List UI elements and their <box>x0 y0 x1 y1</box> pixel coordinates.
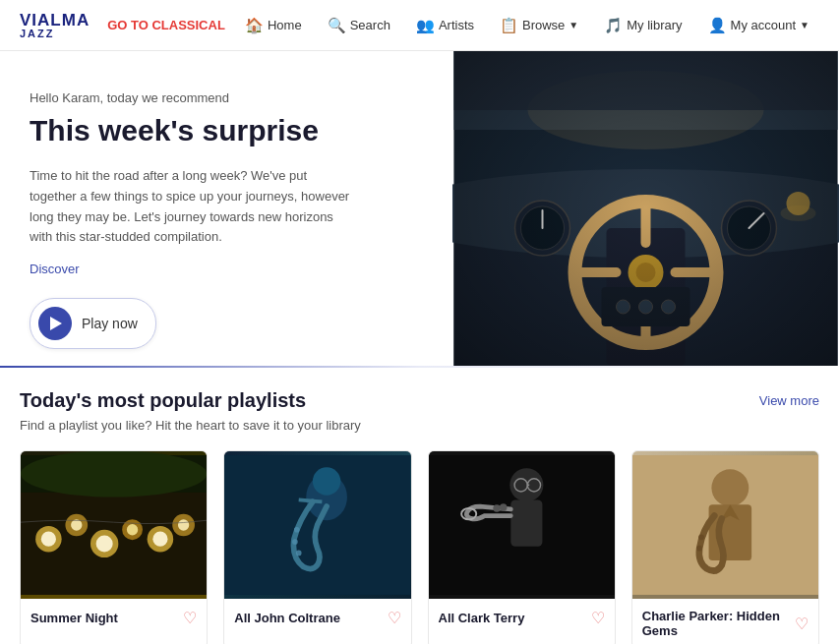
play-circle <box>38 307 72 340</box>
playlist-image-clark-terry <box>429 451 615 599</box>
playlist-card-summer-night[interactable]: Summer Night ♡ <box>20 450 208 644</box>
heart-icon-summer-night[interactable]: ♡ <box>183 609 197 627</box>
nav-home-label: Home <box>268 18 302 32</box>
nav-browse-label: Browse <box>522 18 565 32</box>
account-icon: 👤 <box>708 17 727 34</box>
play-label: Play now <box>82 316 138 331</box>
svg-rect-64 <box>632 455 818 595</box>
svg-point-29 <box>41 532 56 547</box>
hero-title: This week's surprise <box>30 113 423 148</box>
playlist-name-charlie-parker: Charlie Parker: Hidden Gems <box>642 609 795 638</box>
playlist-image-charlie-parker <box>632 451 818 599</box>
svg-point-57 <box>493 504 501 512</box>
play-triangle-icon <box>50 317 62 330</box>
library-icon: 🎵 <box>604 17 623 34</box>
nav-my-library[interactable]: 🎵 My library <box>594 11 691 40</box>
browse-icon: 📋 <box>500 17 518 34</box>
go-classical-link[interactable]: GO TO CLASSICAL <box>107 18 225 32</box>
heart-icon-coltrane[interactable]: ♡ <box>388 609 401 627</box>
playlists-grid: Summer Night ♡ <box>20 450 819 644</box>
svg-point-31 <box>71 519 82 530</box>
view-more-link[interactable]: View more <box>759 393 819 408</box>
svg-point-58 <box>499 503 507 511</box>
play-now-button[interactable]: Play now <box>30 298 156 349</box>
playlist-image-summer-night <box>21 451 207 599</box>
nav-my-account[interactable]: 👤 My account ▼ <box>698 11 819 40</box>
playlist-footer-coltrane: All John Coltrane ♡ <box>224 599 410 637</box>
playlist-card-charlie-parker[interactable]: Charlie Parker: Hidden Gems ♡ <box>631 450 819 644</box>
playlists-header: Today's most popular playlists View more <box>20 389 819 412</box>
navigation: VIALMA JAZZ GO TO CLASSICAL 🏠 Home 🔍 Sea… <box>0 0 839 51</box>
svg-point-35 <box>127 524 138 535</box>
hero-greeting: Hello Karam, today we recommend <box>30 90 423 105</box>
svg-rect-49 <box>224 455 410 595</box>
playlist-card-clark-terry[interactable]: All Clark Terry ♡ <box>428 450 616 644</box>
nav-artists[interactable]: 👥 Artists <box>406 11 484 40</box>
nav-search[interactable]: 🔍 Search <box>318 11 400 40</box>
nav-account-label: My account <box>731 18 796 32</box>
playlists-subtitle: Find a playlist you like? Hit the heart … <box>20 418 819 433</box>
hero-image <box>452 51 839 366</box>
nav-library-label: My library <box>627 18 682 32</box>
playlists-section: Today's most popular playlists View more… <box>0 368 839 644</box>
nav-links: 🏠 Home 🔍 Search 👥 Artists 📋 Browse ▼ 🎵 M… <box>235 11 819 40</box>
heart-icon-charlie-parker[interactable]: ♡ <box>795 615 809 633</box>
playlist-image-coltrane <box>224 451 410 599</box>
nav-browse[interactable]: 📋 Browse ▼ <box>490 11 588 40</box>
nav-home[interactable]: 🏠 Home <box>235 11 312 40</box>
svg-point-33 <box>96 535 113 552</box>
account-chevron-icon: ▼ <box>800 20 809 30</box>
playlist-footer-clark-terry: All Clark Terry ♡ <box>429 599 615 637</box>
home-icon: 🏠 <box>245 17 264 34</box>
hero-description: Time to hit the road after a long week? … <box>30 166 354 248</box>
playlist-name-coltrane: All John Coltrane <box>234 611 387 625</box>
search-icon: 🔍 <box>328 17 346 34</box>
artists-icon: 👥 <box>416 17 435 34</box>
playlist-name-clark-terry: All Clark Terry <box>439 611 591 625</box>
playlist-footer-summer-night: Summer Night ♡ <box>21 599 207 637</box>
svg-point-37 <box>152 532 167 547</box>
svg-rect-26 <box>454 51 838 366</box>
nav-search-label: Search <box>350 18 390 32</box>
playlist-footer-charlie-parker: Charlie Parker: Hidden Gems ♡ <box>632 599 818 644</box>
svg-rect-55 <box>510 499 542 546</box>
hero-section: Hello Karam, today we recommend This wee… <box>0 51 839 366</box>
logo-sub: JAZZ <box>20 29 90 39</box>
browse-chevron-icon: ▼ <box>569 20 578 30</box>
playlist-name-summer-night: Summer Night <box>30 611 183 625</box>
hero-content: Hello Karam, today we recommend This wee… <box>0 51 452 366</box>
svg-point-39 <box>178 519 189 530</box>
car-dashboard-image <box>452 51 839 366</box>
logo[interactable]: VIALMA JAZZ <box>20 12 90 39</box>
playlist-card-john-coltrane[interactable]: All John Coltrane ♡ <box>223 450 411 644</box>
playlists-title: Today's most popular playlists <box>20 389 306 412</box>
hero-discover-link[interactable]: Discover <box>30 262 423 276</box>
logo-name: VIALMA <box>20 12 90 29</box>
heart-icon-clark-terry[interactable]: ♡ <box>591 609 605 627</box>
nav-artists-label: Artists <box>439 18 474 32</box>
svg-point-41 <box>21 451 207 498</box>
